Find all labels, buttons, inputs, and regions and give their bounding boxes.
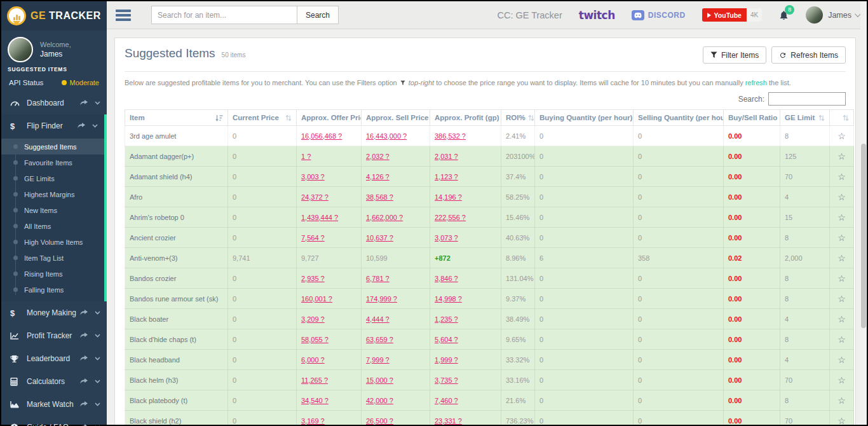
- youtube-badge[interactable]: YouTube 4K: [702, 8, 763, 22]
- approx-sell-price-link[interactable]: 4,444 ?: [366, 315, 390, 323]
- scrollbar-thumb[interactable]: [861, 144, 866, 328]
- column-header-favourite[interactable]: [830, 110, 854, 126]
- favourite-star-icon[interactable]: ☆: [837, 334, 846, 345]
- column-header-approx-offer-price[interactable]: Approx. Offer Price: [297, 110, 362, 126]
- sidebar-item-dashboard[interactable]: Dashboard: [1, 92, 107, 114]
- approx-profit-link[interactable]: 7,460 ?: [435, 397, 458, 404]
- sidebar-item-market-watch[interactable]: Market Watch: [1, 393, 107, 416]
- approx-offer-price-link[interactable]: 11,265 ?: [301, 376, 328, 384]
- approx-sell-price-link[interactable]: 15,000 ?: [366, 376, 393, 384]
- user-menu[interactable]: James: [806, 6, 859, 24]
- sidebar-item-ge-limits[interactable]: GE Limits: [1, 170, 104, 186]
- approx-profit-link[interactable]: 23,331 ?: [435, 417, 462, 425]
- vertical-scrollbar[interactable]: [860, 1, 867, 425]
- favourite-star-icon[interactable]: ☆: [837, 294, 846, 304]
- sidebar-item-money-making[interactable]: $Money Making: [1, 301, 107, 324]
- approx-sell-price-link[interactable]: 2,032 ?: [366, 153, 390, 160]
- approx-profit-link[interactable]: 1,999 ?: [435, 356, 458, 364]
- approx-sell-price-link[interactable]: 7,999 ?: [366, 356, 390, 364]
- column-header-ge-limit[interactable]: GE Limit: [780, 110, 830, 126]
- column-header-buy-sell-ratio[interactable]: Buy/Sell Ratio: [724, 110, 780, 126]
- sidebar-item-high-volume-items[interactable]: High Volume Items: [1, 234, 104, 250]
- approx-offer-price-link[interactable]: 6,000 ?: [301, 356, 325, 364]
- favourite-star-icon[interactable]: ☆: [837, 212, 846, 223]
- approx-sell-price-link[interactable]: 16,443,000 ?: [366, 132, 407, 140]
- favourite-star-icon[interactable]: ☆: [837, 131, 846, 141]
- favourite-star-icon[interactable]: ☆: [837, 233, 846, 243]
- approx-offer-price-link[interactable]: 16,056,468 ?: [301, 132, 342, 140]
- approx-profit-link[interactable]: 14,196 ?: [435, 193, 462, 201]
- sidebar-item-rising-items[interactable]: Rising Items: [1, 266, 104, 282]
- approx-sell-price-link[interactable]: 4,126 ?: [366, 173, 390, 181]
- approx-sell-price-link[interactable]: 38,568 ?: [366, 193, 393, 201]
- approx-offer-price-link[interactable]: 160,001 ?: [301, 295, 332, 303]
- approx-profit-link[interactable]: 386,532 ?: [435, 132, 466, 140]
- brand-logo[interactable]: GE TRACKER: [1, 1, 107, 31]
- favourite-star-icon[interactable]: ☆: [837, 151, 846, 161]
- favourite-star-icon[interactable]: ☆: [837, 314, 846, 324]
- table-search-input[interactable]: [768, 92, 846, 106]
- approx-offer-price-link[interactable]: 1,439,444 ?: [301, 214, 338, 221]
- column-header-item[interactable]: Item: [125, 110, 228, 126]
- approx-offer-price-link[interactable]: 3,209 ?: [301, 315, 325, 323]
- refresh-link[interactable]: refresh: [745, 79, 767, 86]
- sidebar-item-falling-items[interactable]: Falling Items: [1, 282, 104, 298]
- approx-offer-price-link[interactable]: 2,935 ?: [301, 275, 325, 282]
- sidebar-item-new-items[interactable]: New Items: [1, 202, 104, 218]
- column-header-buying-quantity-per-hour[interactable]: Buying Quantity (per hour): [535, 110, 634, 126]
- sidebar-item-calculators[interactable]: Calculators: [1, 370, 107, 393]
- column-header-selling-quantity-per-hour[interactable]: Selling Quantity (per hour): [634, 110, 724, 126]
- sidebar-item-favourite-items[interactable]: Favourite Items: [1, 155, 104, 170]
- approx-offer-price-link[interactable]: 58,055 ?: [301, 336, 329, 343]
- favourite-star-icon[interactable]: ☆: [837, 273, 846, 284]
- sidebar-item-flip-finder[interactable]: $Flip Finder: [1, 114, 104, 137]
- sidebar-item-item-tag-list[interactable]: Item Tag List: [1, 250, 104, 266]
- sidebar-item-all-items[interactable]: All Items: [1, 218, 104, 234]
- approx-offer-price-link[interactable]: 1 ?: [301, 153, 311, 160]
- approx-profit-link[interactable]: 5,604 ?: [435, 336, 458, 343]
- sidebar-item-leaderboard[interactable]: Leaderboard: [1, 347, 107, 370]
- discord-logo[interactable]: DISCORD: [632, 10, 686, 20]
- approx-sell-price-link[interactable]: 6,781 ?: [366, 275, 390, 282]
- approx-offer-price-link[interactable]: 3,169 ?: [301, 417, 325, 425]
- approx-offer-price-link[interactable]: 24,372 ?: [301, 193, 329, 201]
- favourite-star-icon[interactable]: ☆: [837, 416, 846, 425]
- hamburger-menu-icon[interactable]: [116, 10, 131, 21]
- approx-profit-link[interactable]: 1,123 ?: [435, 173, 458, 181]
- column-header-roi[interactable]: ROI%: [501, 110, 535, 126]
- approx-sell-price-link[interactable]: 10,637 ?: [366, 234, 393, 242]
- search-button[interactable]: Search: [297, 6, 339, 24]
- column-header-approx-sell-price[interactable]: Approx. Sell Price: [362, 110, 430, 126]
- refresh-items-button[interactable]: Refresh Items: [771, 46, 846, 64]
- favourite-star-icon[interactable]: ☆: [837, 172, 846, 182]
- approx-offer-price-link[interactable]: 7,564 ?: [301, 234, 325, 242]
- search-input[interactable]: [151, 6, 297, 24]
- approx-profit-link[interactable]: 222,556 ?: [435, 214, 466, 221]
- column-header-approx-profit-gp[interactable]: Approx. Profit (gp): [430, 110, 501, 126]
- approx-profit-link[interactable]: 14,998 ?: [435, 295, 462, 303]
- approx-offer-price-link[interactable]: 3,003 ?: [301, 173, 325, 181]
- favourite-star-icon[interactable]: ☆: [837, 192, 846, 202]
- favourite-star-icon[interactable]: ☆: [837, 355, 846, 365]
- sidebar-item-guide-faq[interactable]: Guide / FAQ: [1, 416, 107, 426]
- approx-profit-link[interactable]: 3,073 ?: [435, 234, 458, 242]
- approx-profit-link[interactable]: 3,735 ?: [435, 376, 458, 384]
- approx-profit-link[interactable]: 3,846 ?: [435, 275, 458, 282]
- approx-sell-price-link[interactable]: 174,999 ?: [366, 295, 397, 303]
- favourite-star-icon[interactable]: ☆: [837, 375, 846, 385]
- approx-sell-price-link[interactable]: 63,659 ?: [366, 336, 393, 343]
- favourite-star-icon[interactable]: ☆: [837, 395, 846, 406]
- approx-sell-price-link[interactable]: 42,000 ?: [366, 397, 393, 404]
- twitch-logo[interactable]: twitch: [579, 9, 615, 22]
- approx-profit-link[interactable]: 2,031 ?: [435, 153, 458, 160]
- sidebar-item-profit-tracker[interactable]: Profit Tracker: [1, 324, 107, 347]
- notifications-bell-icon[interactable]: 8: [778, 10, 789, 21]
- column-header-current-price[interactable]: Current Price: [228, 110, 297, 126]
- approx-offer-price-link[interactable]: 34,540 ?: [301, 397, 329, 404]
- sidebar-item-highest-margins[interactable]: Highest Margins: [1, 186, 104, 202]
- approx-profit-link[interactable]: 1,235 ?: [435, 315, 458, 323]
- favourite-star-icon[interactable]: ☆: [837, 253, 846, 263]
- approx-sell-price-link[interactable]: 1,662,000 ?: [366, 214, 403, 221]
- user-avatar[interactable]: [8, 37, 33, 62]
- sidebar-item-suggested-items[interactable]: Suggested Items: [1, 139, 104, 155]
